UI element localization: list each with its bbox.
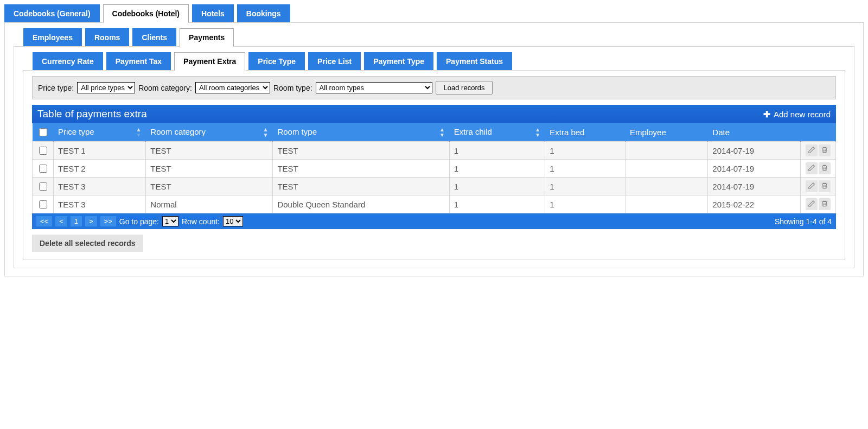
- goto-page-select[interactable]: 1: [162, 216, 178, 226]
- cell-room-type: Double Queen Standard: [273, 195, 449, 213]
- payment-tab-panel: Price type: All price types Room categor…: [23, 70, 845, 260]
- sort-icon: ▲▼: [136, 127, 141, 138]
- cell-price-type: TEST 3: [54, 195, 146, 213]
- cell-employee: [626, 142, 708, 160]
- price-type-label: Price type:: [38, 84, 74, 92]
- table-title: Table of payments extra: [37, 108, 147, 120]
- col-header-2[interactable]: Room type▲▼: [273, 123, 449, 142]
- sort-icon: ▲▼: [263, 127, 269, 138]
- room-category-select[interactable]: All room categories: [195, 82, 270, 93]
- cell-room-category: TEST: [146, 142, 273, 160]
- col-header-3[interactable]: Extra child▲▼: [449, 123, 545, 142]
- load-records-button[interactable]: Load records: [436, 81, 493, 94]
- delete-button[interactable]: [819, 144, 831, 156]
- pager-bar: << < 1 > >> Go to page: 1 Row count: 10: [32, 213, 836, 229]
- edit-button[interactable]: [806, 180, 818, 192]
- top-tab-3[interactable]: Bookings: [237, 4, 290, 23]
- top-tab-0[interactable]: Codebooks (General): [4, 4, 100, 23]
- edit-icon: [808, 164, 815, 173]
- select-all-checkbox[interactable]: [39, 128, 47, 136]
- table-row: TEST 1TESTTEST112014-07-19: [33, 142, 836, 160]
- page-next-button[interactable]: >: [85, 216, 97, 226]
- payment-tab-1[interactable]: Payment Tax: [106, 52, 171, 71]
- sub-tab-1[interactable]: Rooms: [85, 28, 129, 47]
- cell-date: 2015-02-22: [708, 195, 801, 213]
- cell-employee: [626, 178, 708, 195]
- room-category-label: Room category:: [138, 84, 192, 92]
- row-count-label: Row count:: [182, 217, 220, 226]
- cell-employee: [626, 160, 708, 178]
- trash-icon: [821, 200, 828, 209]
- cell-date: 2014-07-19: [708, 178, 801, 195]
- page-first-button[interactable]: <<: [36, 216, 52, 226]
- sort-icon: ▲▼: [535, 127, 540, 138]
- top-tab-strip: Codebooks (General)Codebooks (Hotel)Hote…: [4, 4, 864, 23]
- top-tab-panel: EmployeesRoomsClientsPayments Currency R…: [4, 22, 864, 276]
- page-last-button[interactable]: >>: [100, 216, 116, 226]
- row-checkbox[interactable]: [39, 182, 47, 191]
- cell-extra-bed: 1: [545, 160, 626, 178]
- sub-tab-2[interactable]: Clients: [132, 28, 176, 47]
- payment-tab-0[interactable]: Currency Rate: [33, 52, 103, 71]
- sub-tab-3[interactable]: Payments: [180, 28, 234, 47]
- delete-button[interactable]: [819, 162, 831, 174]
- row-checkbox[interactable]: [39, 165, 47, 173]
- select-all-header[interactable]: [33, 123, 54, 142]
- table-title-bar: Table of payments extra ✚ Add new record: [32, 105, 836, 123]
- plus-icon: ✚: [763, 109, 770, 119]
- payment-tab-2[interactable]: Payment Extra: [174, 52, 245, 71]
- page-current-button[interactable]: 1: [71, 216, 82, 226]
- cell-extra-bed: 1: [545, 178, 626, 195]
- sort-icon: ▲▼: [439, 127, 445, 138]
- table-wrap: Table of payments extra ✚ Add new record: [32, 105, 836, 229]
- cell-room-category: TEST: [146, 178, 273, 195]
- trash-icon: [821, 182, 828, 191]
- payment-tab-strip: Currency RatePayment TaxPayment ExtraPri…: [33, 52, 845, 71]
- cell-employee: [626, 195, 708, 213]
- payment-tab-5[interactable]: Payment Type: [364, 52, 433, 71]
- price-type-select[interactable]: All price types: [77, 82, 135, 93]
- cell-room-type: TEST: [273, 142, 449, 160]
- add-record-button[interactable]: ✚ Add new record: [763, 109, 831, 119]
- cell-extra-child: 1: [449, 195, 545, 213]
- edit-button[interactable]: [806, 144, 818, 156]
- sub-tab-strip: EmployeesRoomsClientsPayments: [23, 28, 854, 47]
- trash-icon: [821, 164, 828, 173]
- delete-button[interactable]: [819, 198, 831, 210]
- col-header-1[interactable]: Room category▲▼: [146, 123, 273, 142]
- cell-room-type: TEST: [273, 160, 449, 178]
- edit-button[interactable]: [806, 198, 818, 210]
- payment-tab-4[interactable]: Price List: [308, 52, 361, 71]
- cell-extra-bed: 1: [545, 195, 626, 213]
- page-prev-button[interactable]: <: [55, 216, 67, 226]
- edit-button[interactable]: [806, 162, 818, 174]
- delete-button[interactable]: [819, 180, 831, 192]
- table-row: TEST 3TESTTEST112014-07-19: [33, 178, 836, 195]
- delete-selected-button[interactable]: Delete all selected records: [32, 235, 143, 252]
- cell-extra-bed: 1: [545, 142, 626, 160]
- col-header-6: Date: [708, 123, 801, 142]
- edit-icon: [808, 200, 815, 209]
- room-type-select[interactable]: All room types: [316, 82, 432, 93]
- room-type-label: Room type:: [273, 84, 312, 92]
- trash-icon: [821, 146, 828, 155]
- cell-price-type: TEST 3: [54, 178, 146, 195]
- cell-room-category: TEST: [146, 160, 273, 178]
- cell-room-category: Normal: [146, 195, 273, 213]
- payment-tab-6[interactable]: Payment Status: [437, 52, 512, 71]
- row-count-select[interactable]: 10: [223, 216, 243, 226]
- top-tab-1[interactable]: Codebooks (Hotel): [103, 4, 189, 23]
- table-row: TEST 2TESTTEST112014-07-19: [33, 160, 836, 178]
- filter-bar: Price type: All price types Room categor…: [32, 76, 836, 99]
- col-header-5: Employee: [626, 123, 708, 142]
- sub-tab-0[interactable]: Employees: [23, 28, 82, 47]
- row-checkbox[interactable]: [39, 200, 47, 209]
- col-header-0[interactable]: Price type▲▼: [54, 123, 146, 142]
- col-header-4: Extra bed: [545, 123, 626, 142]
- payment-tab-3[interactable]: Price Type: [248, 52, 305, 71]
- row-checkbox[interactable]: [39, 147, 47, 155]
- cell-price-type: TEST 2: [54, 160, 146, 178]
- edit-icon: [808, 182, 815, 191]
- table-row: TEST 3NormalDouble Queen Standard112015-…: [33, 195, 836, 213]
- top-tab-2[interactable]: Hotels: [192, 4, 234, 23]
